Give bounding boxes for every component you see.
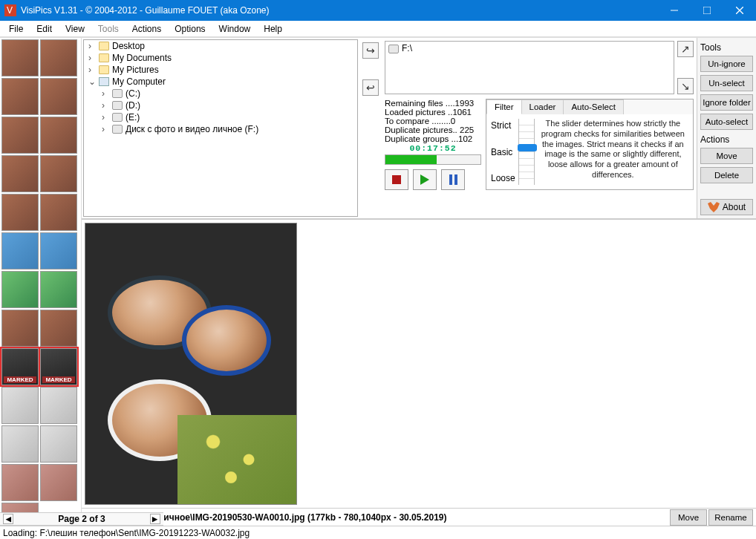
thumb[interactable] <box>1 425 39 463</box>
thumb[interactable] <box>1 117 39 154</box>
page-next-button[interactable]: ▶ <box>150 514 160 524</box>
unselect-button[interactable]: Un-select <box>700 75 753 91</box>
file-info-bar: F: \Фото и видео личное\IMG-20190530-WA0… <box>82 508 756 526</box>
thumb-marked[interactable] <box>40 348 77 385</box>
thumb[interactable] <box>40 271 77 308</box>
tree-drive-d[interactable]: (D:) <box>102 99 357 111</box>
menu-edit[interactable]: Edit <box>30 22 58 36</box>
about-button[interactable]: About <box>700 199 753 215</box>
remove-folder-button[interactable]: ↩ <box>362 79 379 96</box>
thumb[interactable] <box>40 194 77 231</box>
tree-mypics[interactable]: My Pictures <box>88 64 357 76</box>
thumb[interactable] <box>40 310 77 347</box>
menu-help[interactable]: Help <box>258 22 288 36</box>
fox-icon <box>708 202 720 212</box>
pause-button[interactable] <box>441 169 465 190</box>
timer: 00:17:52 <box>385 143 481 153</box>
play-button[interactable] <box>413 169 437 190</box>
thumb[interactable] <box>1 271 39 308</box>
tab-filter[interactable]: Filter <box>486 99 522 114</box>
pager: ◀ Page 2 of 3 ▶ <box>0 512 163 526</box>
thumb[interactable] <box>1 310 39 347</box>
add-remove-buttons: ↪ ↩ <box>359 38 382 218</box>
menu-file[interactable]: File <box>3 22 29 36</box>
thumb[interactable] <box>40 78 77 115</box>
add-folder-button[interactable]: ↪ <box>362 42 379 59</box>
thumb[interactable] <box>1 155 39 192</box>
thumb[interactable] <box>1 194 39 231</box>
preview-image[interactable] <box>85 223 297 505</box>
thumb[interactable] <box>1 232 39 270</box>
play-icon <box>420 174 429 185</box>
scan-path: F:\ <box>402 43 412 53</box>
filter-description: The slider determines how strictly the p… <box>538 119 688 185</box>
folder-icon <box>99 42 109 50</box>
thumb[interactable] <box>1 464 39 501</box>
thumb-marked[interactable] <box>1 348 39 385</box>
label-loose: Loose <box>491 173 515 183</box>
close-button[interactable] <box>723 0 756 21</box>
stat-dup-pics: Duplicate pictures.. 225 <box>385 125 481 134</box>
menu-window[interactable]: Window <box>213 22 257 36</box>
strictness-slider[interactable] <box>518 119 535 185</box>
delete-button[interactable]: Delete <box>700 167 753 183</box>
tree-drive-f[interactable]: Диск с фото и видео личное (F:) <box>102 123 357 135</box>
menu-options[interactable]: Options <box>169 22 211 36</box>
preview-area <box>82 219 756 508</box>
thumb[interactable] <box>1 78 39 115</box>
ignore-folder-button[interactable]: Ignore folder <box>700 94 753 111</box>
tree-desktop[interactable]: Desktop <box>88 40 357 52</box>
stop-button[interactable] <box>385 169 408 190</box>
slider-labels: Strict Basic Loose <box>491 119 515 185</box>
progress-bar <box>385 154 481 165</box>
tree-drive-e[interactable]: (E:) <box>102 111 357 123</box>
menu-view[interactable]: View <box>59 22 91 36</box>
page-prev-button[interactable]: ◀ <box>3 514 13 524</box>
app-icon: V <box>4 4 16 16</box>
thumb[interactable] <box>1 39 39 76</box>
tab-loader[interactable]: Loader <box>521 99 564 114</box>
thumb[interactable] <box>40 155 77 192</box>
page-label: Page 2 of 3 <box>58 514 105 524</box>
slider-thumb[interactable] <box>518 144 537 151</box>
tree-drive-c[interactable]: (C:) <box>102 88 357 99</box>
add-path-button[interactable]: ↗ <box>677 41 694 57</box>
filter-tabs: Filter Loader Auto-Select Strict Basic L… <box>486 99 694 190</box>
stat-dup-groups: Duplicate groups ...102 <box>385 134 481 143</box>
drive-icon <box>112 113 123 122</box>
folder-tree[interactable]: Desktop My Documents My Pictures My Comp… <box>83 39 358 217</box>
stat-remaining: Remaining files ....1993 <box>385 99 481 108</box>
thumb[interactable] <box>1 387 39 424</box>
thumb[interactable] <box>40 425 77 463</box>
title-bar: V VisiPics V1.31 - © 2004-2012 - Guillau… <box>0 0 756 21</box>
remove-path-button[interactable]: ↘ <box>677 78 694 94</box>
file-rename-button[interactable]: Rename <box>708 509 753 526</box>
thumb[interactable] <box>40 232 77 270</box>
unignore-button[interactable]: Un-ignore <box>700 56 753 72</box>
stats-panel: Remaining files ....1993 Loaded pictures… <box>385 99 481 190</box>
thumb[interactable] <box>40 464 77 501</box>
thumb[interactable] <box>40 387 77 424</box>
menu-tools[interactable]: Tools <box>92 22 125 36</box>
tree-label: My Computer <box>112 76 166 87</box>
menu-actions[interactable]: Actions <box>126 22 167 36</box>
autoselect-button[interactable]: Auto-select <box>700 114 753 130</box>
status-bar: Loading: F:\лешин телефон\Sent\IMG-20191… <box>0 526 756 539</box>
thumb[interactable] <box>40 117 77 154</box>
thumb[interactable] <box>40 39 77 76</box>
tab-autoselect[interactable]: Auto-Select <box>563 99 623 114</box>
menu-bar: File Edit View Tools Actions Options Win… <box>0 21 756 37</box>
tree-mydocs[interactable]: My Documents <box>88 52 357 64</box>
minimize-button[interactable] <box>658 0 691 21</box>
tree-label: Desktop <box>112 41 145 51</box>
move-button[interactable]: Move <box>700 148 753 164</box>
scan-paths-box[interactable]: F:\ <box>385 41 674 94</box>
window-title: VisiPics V1.31 - © 2004-2012 - Guillaume… <box>21 5 658 16</box>
actions-sidebar: Tools Un-ignore Un-select Ignore folder … <box>697 38 756 218</box>
stat-loaded: Loaded pictures ..1061 <box>385 108 481 117</box>
drive-icon <box>388 45 399 53</box>
maximize-button[interactable] <box>691 0 723 21</box>
stat-compare: To compare ........0 <box>385 117 481 125</box>
tree-mycomp[interactable]: My Computer <box>88 76 357 88</box>
file-move-button[interactable]: Move <box>670 509 707 526</box>
